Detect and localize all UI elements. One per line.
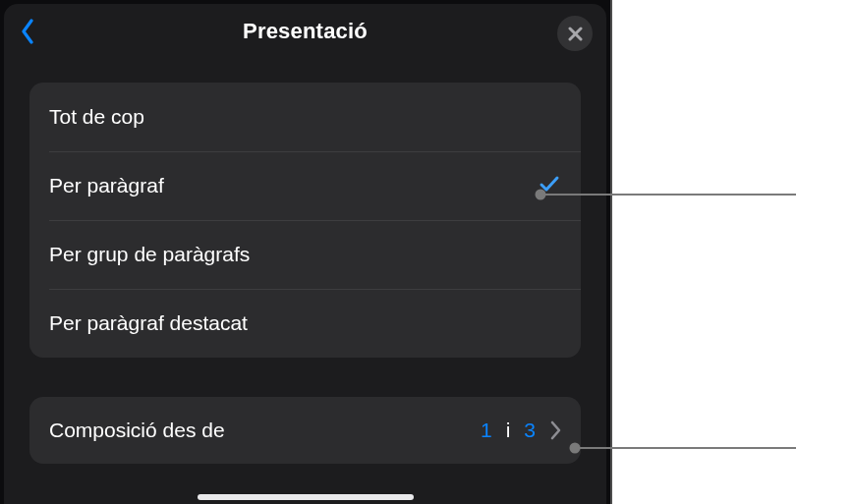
panel-header: Presentació: [4, 4, 606, 59]
build-from-row[interactable]: Composició des de 1 i 3: [29, 397, 581, 464]
callout-line: [575, 447, 796, 449]
chevron-left-icon: [20, 19, 35, 44]
close-button[interactable]: [557, 16, 593, 51]
close-icon: [568, 27, 583, 41]
option-label: Tot de cop: [49, 105, 144, 129]
callout-line: [540, 194, 796, 196]
build-from-end: 3: [524, 419, 536, 442]
option-by-paragraph[interactable]: Per paràgraf: [29, 151, 581, 220]
home-indicator[interactable]: [198, 494, 414, 500]
build-from-value: 1 i 3: [481, 419, 561, 442]
option-label: Per grup de paràgrafs: [49, 243, 250, 266]
back-button[interactable]: [14, 18, 41, 45]
option-label: Per paràgraf destacat: [49, 311, 248, 335]
annotation-area: [612, 0, 853, 504]
option-by-highlighted-paragraph[interactable]: Per paràgraf destacat: [29, 289, 581, 358]
build-from-separator: i: [506, 419, 511, 442]
delivery-options-group: Tot de cop Per paràgraf Per grup de parà…: [29, 83, 581, 358]
panel-title: Presentació: [243, 19, 368, 44]
option-by-paragraph-group[interactable]: Per grup de paràgrafs: [29, 220, 581, 289]
build-from-start: 1: [481, 419, 492, 442]
option-label: Per paràgraf: [49, 174, 164, 197]
chevron-right-icon: [549, 420, 561, 440]
option-all-at-once[interactable]: Tot de cop: [29, 83, 581, 151]
build-from-label: Composició des de: [49, 419, 225, 442]
